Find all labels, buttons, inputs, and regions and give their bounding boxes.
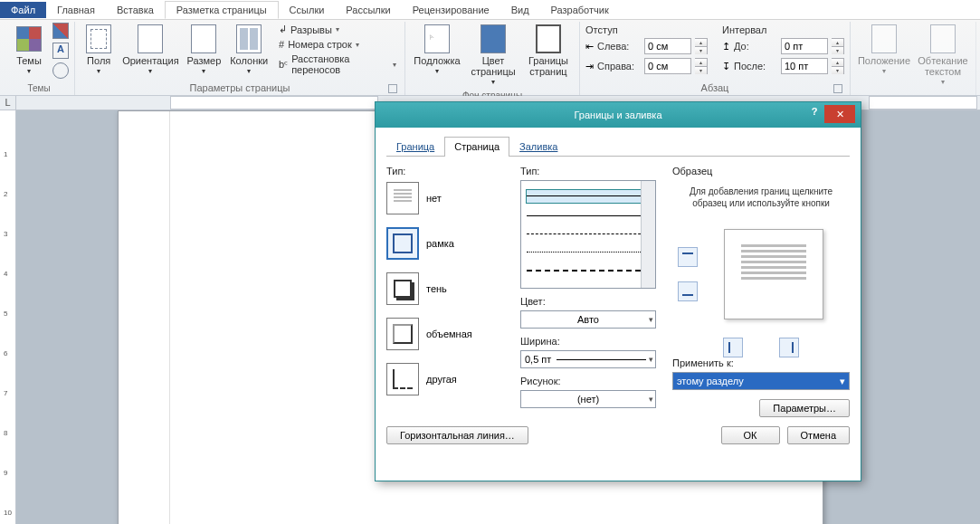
horizontal-line-button[interactable]: Горизонтальная линия… bbox=[386, 426, 528, 444]
wrap-icon bbox=[930, 24, 956, 53]
hyphenation-button[interactable]: bᶜРасстановка переносов▾ bbox=[276, 52, 399, 76]
color-combobox[interactable]: Авто▾ bbox=[520, 310, 656, 329]
preview-hint: Для добавления границ щелкните образец и… bbox=[678, 186, 844, 209]
indent-left-input[interactable]: 0 см bbox=[644, 38, 691, 54]
preview-label: Образец bbox=[672, 166, 850, 176]
edge-bottom-button[interactable] bbox=[678, 281, 698, 301]
ribbon-tabs: Файл Главная Вставка Разметка страницы С… bbox=[0, 0, 980, 20]
dialog-tab-border[interactable]: Граница bbox=[386, 137, 444, 156]
page-borders-icon bbox=[536, 24, 561, 53]
preview-box: Для добавления границ щелкните образец и… bbox=[672, 180, 850, 352]
options-button[interactable]: Параметры… bbox=[759, 399, 850, 417]
setting-shadow[interactable]: тень bbox=[386, 272, 504, 305]
theme-effects-icon[interactable] bbox=[52, 62, 69, 79]
spacing-title: Интервал bbox=[722, 24, 844, 35]
position-icon bbox=[871, 24, 897, 53]
setting-none[interactable]: нет bbox=[386, 182, 504, 214]
setting-none-icon bbox=[386, 182, 419, 214]
group-page-setup-label: Параметры страницы bbox=[81, 81, 399, 95]
edge-left-button[interactable] bbox=[723, 338, 743, 357]
line-numbers-button[interactable]: #Номера строк▾ bbox=[276, 38, 399, 51]
dialog-close-button[interactable]: ✕ bbox=[824, 105, 855, 123]
vertical-ruler[interactable]: 12345678910 bbox=[0, 110, 16, 524]
tab-home[interactable]: Главная bbox=[46, 2, 106, 18]
watermark-button[interactable]: A Подложка▾ bbox=[411, 23, 463, 78]
position-button: Положение▾ bbox=[856, 23, 912, 78]
setting-box-icon bbox=[386, 227, 419, 260]
page-setup-launcher[interactable] bbox=[388, 84, 397, 93]
tab-developer[interactable]: Разработчик bbox=[540, 2, 620, 18]
tab-insert[interactable]: Вставка bbox=[106, 2, 165, 18]
color-label: Цвет: bbox=[520, 296, 656, 307]
edge-top-button[interactable] bbox=[678, 247, 698, 267]
setting-custom[interactable]: другая bbox=[386, 363, 504, 395]
dialog-tab-fill[interactable]: Заливка bbox=[509, 137, 567, 156]
breaks-button[interactable]: ↲Разрывы▾ bbox=[276, 23, 399, 36]
art-label: Рисунок: bbox=[520, 376, 656, 386]
dialog-title: Границы и заливка bbox=[575, 110, 662, 120]
breaks-icon: ↲ bbox=[279, 24, 287, 35]
space-before-spinner[interactable]: ▴▾ bbox=[832, 38, 844, 54]
group-themes-label: Темы bbox=[9, 81, 69, 95]
size-icon bbox=[191, 24, 216, 53]
borders-shading-dialog: Границы и заливка ? ✕ Граница Страница З… bbox=[375, 101, 861, 481]
space-after-spinner[interactable]: ▴▾ bbox=[832, 58, 844, 74]
indent-left-spinner[interactable]: ▴▾ bbox=[695, 38, 708, 54]
space-after-input[interactable]: 10 пт bbox=[781, 58, 828, 74]
tab-page-layout[interactable]: Разметка страницы bbox=[165, 1, 279, 19]
tab-mailings[interactable]: Рассылки bbox=[335, 2, 401, 18]
orientation-icon bbox=[138, 24, 163, 53]
tab-view[interactable]: Вид bbox=[500, 2, 540, 18]
tab-file[interactable]: Файл bbox=[0, 2, 46, 18]
setting-shadow-icon bbox=[386, 272, 419, 305]
edge-right-button[interactable] bbox=[779, 338, 799, 357]
columns-button[interactable]: Колонки▾ bbox=[227, 23, 271, 78]
wrap-text-button: Обтекание текстом▾ bbox=[916, 23, 970, 89]
dialog-tab-page[interactable]: Страница bbox=[444, 137, 509, 157]
setting-custom-icon bbox=[386, 363, 419, 395]
hyphenation-icon: bᶜ bbox=[279, 59, 288, 71]
apply-to-label: Применить к: bbox=[672, 357, 850, 368]
page-color-icon bbox=[480, 24, 506, 53]
space-before-input[interactable]: 0 пт bbox=[781, 38, 828, 54]
margins-icon bbox=[86, 24, 111, 53]
preview-page[interactable] bbox=[724, 229, 823, 319]
margins-button[interactable]: Поля▾ bbox=[81, 23, 117, 78]
cancel-button[interactable]: Отмена bbox=[787, 426, 850, 444]
style-scrollbar[interactable] bbox=[641, 181, 655, 288]
apply-to-combobox[interactable]: этому разделу▾ bbox=[672, 372, 850, 390]
size-button[interactable]: Размер▾ bbox=[184, 23, 224, 78]
indent-right-icon: ⇥ bbox=[585, 61, 594, 72]
columns-icon bbox=[236, 24, 262, 53]
theme-fonts-icon[interactable]: A bbox=[52, 43, 69, 59]
indent-left-icon: ⇤ bbox=[585, 41, 594, 52]
indent-right-input[interactable]: 0 см bbox=[644, 58, 691, 74]
tab-review[interactable]: Рецензирование bbox=[402, 2, 500, 18]
dialog-titlebar[interactable]: Границы и заливка ? ✕ bbox=[376, 102, 861, 128]
space-before-icon: ↥ bbox=[722, 41, 730, 52]
space-after-icon: ↧ bbox=[722, 61, 730, 72]
themes-icon bbox=[16, 26, 42, 52]
style-label: Тип: bbox=[520, 166, 656, 176]
orientation-button[interactable]: Ориентация▾ bbox=[120, 23, 180, 78]
indent-right-spinner[interactable]: ▴▾ bbox=[695, 58, 708, 74]
style-listbox[interactable] bbox=[520, 180, 656, 289]
theme-colors-icon[interactable] bbox=[52, 23, 69, 39]
page-color-button[interactable]: Цвет страницы▾ bbox=[467, 23, 519, 89]
dialog-help-button[interactable]: ? bbox=[804, 106, 824, 124]
width-label: Ширина: bbox=[520, 336, 656, 347]
setting-label: Тип: bbox=[386, 166, 504, 176]
tab-references[interactable]: Ссылки bbox=[279, 2, 336, 18]
themes-button[interactable]: Темы▾ bbox=[9, 23, 49, 78]
setting-3d-icon bbox=[386, 318, 419, 350]
page-borders-button[interactable]: Границы страниц bbox=[523, 23, 574, 79]
art-combobox[interactable]: (нет)▾ bbox=[520, 390, 656, 408]
indent-title: Отступ bbox=[585, 24, 708, 35]
group-paragraph-label: Абзац bbox=[585, 81, 844, 95]
paragraph-launcher[interactable] bbox=[833, 84, 842, 93]
width-combobox[interactable]: 0,5 пт▾ bbox=[520, 350, 656, 368]
setting-3d[interactable]: объемная bbox=[386, 318, 504, 350]
ok-button[interactable]: ОК bbox=[721, 426, 780, 444]
watermark-icon: A bbox=[424, 24, 450, 53]
setting-box[interactable]: рамка bbox=[386, 227, 504, 260]
